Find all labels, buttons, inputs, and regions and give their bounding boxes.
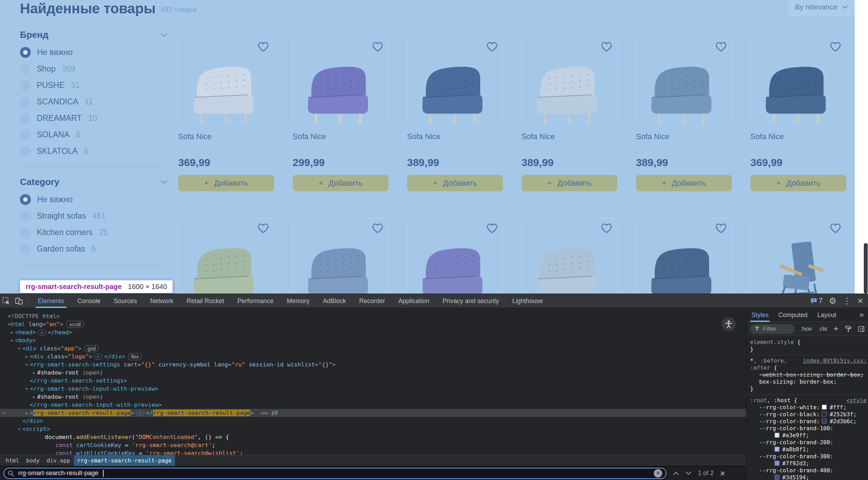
tab-memory[interactable]: Memory (280, 294, 316, 308)
new-style-rule-icon[interactable]: + (834, 324, 839, 334)
tree-row[interactable]: ▸#shadow-root (open) (0, 393, 746, 401)
expand-arrow-icon[interactable]: ▸ (23, 354, 30, 359)
tree-row[interactable]: ▸#shadow-root (open) (0, 369, 746, 377)
badge-scroll[interactable]: scroll (66, 321, 84, 328)
toggle-element-classes-button[interactable]: .cls (818, 325, 827, 332)
sort-dropdown[interactable]: By relevance (789, 0, 854, 17)
tree-row[interactable]: document.addEventListener("DOMContentLoa… (0, 433, 746, 441)
expand-arrow-icon[interactable]: ▸ (31, 394, 37, 399)
heart-icon[interactable] (371, 40, 384, 53)
tab-privacy-and-security[interactable]: Privacy and security (436, 294, 505, 308)
checkbox-circle-icon[interactable] (20, 80, 30, 91)
heart-icon[interactable] (715, 40, 727, 53)
expand-arrow-icon[interactable]: ▸ (23, 410, 30, 416)
tree-row[interactable]: </div> (0, 417, 746, 425)
tree-row[interactable]: <html lang="en">scroll (0, 320, 746, 328)
expand-arrow-open-icon[interactable]: ▾ (16, 426, 22, 432)
filter-option[interactable]: Kitchen corners25 (20, 224, 160, 241)
tab-recorder[interactable]: Recorder (352, 294, 392, 308)
filter-option[interactable]: Straight sofas461 (20, 208, 160, 224)
add-to-cart-button[interactable]: +Добавить (522, 175, 617, 191)
checkbox-circle-icon[interactable] (20, 146, 30, 157)
tab-application[interactable]: Application (392, 294, 436, 308)
style-line[interactable]: --rrg-color-brand:#2d3b6c; (747, 418, 868, 425)
style-line[interactable]: --rrg-color-white:#fff; (747, 404, 868, 411)
add-to-cart-button[interactable]: +Добавить (293, 175, 388, 191)
tree-row[interactable]: const cartCookieKey = 'rrg-smart-search@… (0, 441, 746, 449)
tab-lighthouse[interactable]: Lighthouse (505, 294, 550, 308)
close-find-icon[interactable]: × (720, 469, 725, 478)
add-to-cart-button[interactable]: +Добавить (178, 175, 274, 191)
color-swatch[interactable] (775, 447, 779, 452)
tree-row[interactable]: ▾<rrg-smart-search-input-with-preview> (0, 385, 746, 393)
styles-tab-layout[interactable]: Layout (812, 308, 841, 322)
color-swatch[interactable] (775, 433, 779, 438)
filter-option[interactable]: SCANDICA11 (20, 94, 160, 110)
style-line[interactable]: element.style { (747, 339, 868, 346)
product-card[interactable] (293, 218, 388, 294)
tree-row[interactable]: ⋯▸<rrg-smart-search-result-page>⋯</rrg-s… (0, 409, 746, 417)
breadcrumb-item[interactable]: rrg-smart-search-result-page (74, 455, 175, 466)
close-devtools-icon[interactable]: × (858, 296, 863, 306)
style-line[interactable]: :after { (747, 364, 868, 371)
checkbox-circle-icon[interactable] (20, 244, 30, 254)
expand-inline-icon[interactable]: ⋯ (136, 410, 144, 416)
tab-retail-rocket[interactable]: Retail Rocket (180, 294, 231, 308)
product-card[interactable] (636, 218, 732, 294)
tree-row[interactable]: <!DOCTYPE html> (0, 312, 746, 320)
style-line[interactable]: #e3e9ff; (747, 432, 868, 439)
styles-tab-computed[interactable]: Computed (774, 308, 812, 322)
filter-option[interactable]: Garden sofas6 (20, 241, 160, 257)
toggle-pseudo-state-button[interactable]: :hov (801, 325, 812, 332)
device-toolbar-icon[interactable] (13, 294, 25, 308)
style-line[interactable]: --rrg-color-brand-200: (747, 439, 868, 446)
product-card[interactable]: Sofa Nice369,99+Добавить (178, 36, 274, 191)
console-messages-button[interactable]: 7 (810, 297, 822, 304)
breadcrumb-item[interactable]: div.app (43, 455, 74, 466)
filter-option[interactable]: Shop369 (20, 61, 160, 77)
tab-elements[interactable]: Elements (31, 294, 71, 308)
style-line[interactable]: --rrg-color-brand-300: (747, 453, 868, 460)
product-card[interactable]: Sofa Nice389,99+Добавить (522, 36, 617, 191)
product-card[interactable] (750, 218, 846, 294)
heart-icon[interactable] (600, 40, 613, 53)
toggle-sidebar-icon[interactable] (858, 325, 864, 333)
tree-row[interactable]: </rrg-smart-search-settings> (0, 377, 746, 385)
heart-icon[interactable] (600, 222, 613, 234)
filter-option[interactable]: SKLATOLA6 (20, 143, 160, 159)
tab-network[interactable]: Network (144, 294, 180, 308)
add-to-cart-button[interactable]: +Добавить (750, 175, 846, 191)
checkbox-circle-icon[interactable] (20, 97, 30, 107)
style-line[interactable]: box-sizing: border-box; (747, 378, 868, 385)
checkbox-circle-icon[interactable] (20, 64, 30, 74)
heart-icon[interactable] (715, 222, 727, 234)
styles-tab-styles[interactable]: Styles (747, 308, 774, 322)
stylesheet-link[interactable]: index-BVt0i5iv.css: (803, 357, 868, 364)
expand-arrow-open-icon[interactable]: ▾ (9, 338, 15, 343)
filter-option[interactable]: Не важно (20, 191, 160, 208)
product-card[interactable]: Sofa Nice299,99+Добавить (293, 36, 388, 191)
color-swatch[interactable] (822, 419, 827, 424)
breadcrumb-item[interactable]: body (23, 455, 43, 466)
heart-icon[interactable] (371, 222, 384, 234)
scrollbar-thumb[interactable] (864, 243, 868, 294)
tab-console[interactable]: Console (71, 294, 107, 308)
style-line[interactable]: --rrg-color-brand-100: (747, 425, 868, 432)
heart-icon[interactable] (486, 222, 498, 234)
styles-filter-input[interactable]: Filter (750, 324, 794, 334)
style-line[interactable]: } (747, 385, 868, 392)
expand-arrow-open-icon[interactable]: ▾ (23, 362, 30, 367)
product-card[interactable] (522, 218, 617, 294)
style-line[interactable]: --rrg-color-brand-400: (747, 467, 868, 474)
breadcrumb-item[interactable]: html (2, 455, 23, 466)
heart-icon[interactable] (257, 40, 270, 53)
badge-flex[interactable]: flex (128, 353, 141, 360)
filter-option[interactable]: SOLANA8 (20, 126, 160, 143)
clear-search-icon[interactable]: × (654, 469, 662, 478)
radio-selected-icon[interactable] (20, 194, 31, 205)
next-match-icon[interactable] (685, 471, 692, 475)
heart-icon[interactable] (486, 40, 498, 53)
inspect-element-icon[interactable] (0, 294, 13, 308)
kebab-menu-icon[interactable]: ⋮ (843, 297, 851, 305)
filter-option[interactable]: Не важно (20, 44, 160, 61)
